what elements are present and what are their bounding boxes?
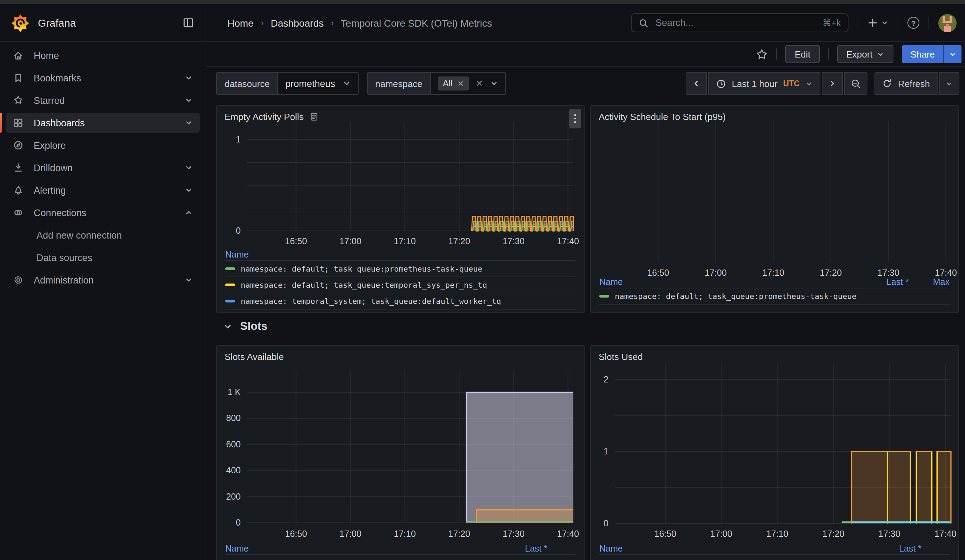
svg-text:2: 2: [604, 374, 608, 384]
favorite-star-icon[interactable]: [756, 48, 768, 60]
legend-column-name[interactable]: Name: [225, 544, 507, 553]
breadcrumb-dashboards[interactable]: Dashboards: [271, 17, 324, 28]
chevron-down-icon: [185, 163, 193, 172]
svg-text:400: 400: [226, 465, 241, 475]
panel-menu-icon[interactable]: [569, 109, 581, 129]
namespace-filter-chip[interactable]: All ✕: [438, 77, 469, 90]
avatar[interactable]: [938, 14, 957, 32]
panel-legend: Namenamespace: default; task_queue:prome…: [225, 249, 576, 309]
legend-header: NameLast *: [225, 543, 576, 555]
legend-column-last[interactable]: Last *: [881, 544, 921, 553]
clock-icon: [716, 78, 726, 89]
search-input[interactable]: [654, 17, 817, 29]
panel-empty-activity-polls: Empty Activity Polls 1016:5017:0017:1017…: [216, 105, 585, 313]
namespace-filter: namespace All ✕ ✕: [367, 72, 506, 95]
sidebar-item-bookmarks[interactable]: Bookmarks: [6, 68, 200, 88]
legend-column-last[interactable]: Last *: [868, 277, 909, 287]
export-button[interactable]: Export: [837, 45, 893, 63]
bell-icon: [13, 184, 24, 196]
breadcrumb-home[interactable]: Home: [227, 17, 254, 28]
legend-column-name[interactable]: Name: [599, 277, 868, 287]
sidebar-toggle-icon[interactable]: [183, 17, 195, 29]
panel-header[interactable]: Slots Available: [217, 346, 584, 367]
svg-text:17:10: 17:10: [766, 529, 788, 539]
active-indicator: [0, 113, 2, 132]
refresh-interval-chevron-icon[interactable]: [939, 72, 959, 95]
legend-column-last[interactable]: Last *: [507, 544, 548, 553]
panel-legend: NameLast *: [599, 543, 950, 555]
grafana-logo-icon[interactable]: [11, 14, 29, 32]
sidebar-item-add-new-connection[interactable]: Add new connection: [6, 225, 200, 245]
datasource-filter-value[interactable]: prometheus: [278, 72, 359, 95]
time-range-picker[interactable]: Last 1 hour UTC: [708, 72, 821, 95]
row-toggle-slots[interactable]: Slots: [223, 320, 267, 333]
time-controls: Last 1 hour UTC: [686, 72, 959, 95]
edit-button[interactable]: Edit: [786, 45, 820, 63]
panel-legend: NameLast *: [225, 543, 576, 555]
apps-icon: [13, 117, 24, 129]
svg-text:17:40: 17:40: [935, 268, 957, 278]
panel-header[interactable]: Activity Schedule To Start (p95): [591, 106, 958, 127]
sidebar-item-label: Drilldown: [34, 162, 73, 173]
sidebar-item-dashboards[interactable]: Dashboards: [6, 113, 200, 132]
top-nav: Grafana Home › Dashboards › Temporal Cor…: [0, 4, 965, 42]
remove-chip-icon[interactable]: ✕: [458, 79, 464, 88]
clear-filter-icon[interactable]: ✕: [476, 78, 483, 88]
svg-text:17:10: 17:10: [394, 529, 416, 539]
series-name: namespace: temporal_system; task_queue:d…: [241, 297, 576, 305]
panel-description-icon[interactable]: [309, 112, 318, 121]
sidebar-item-data-sources[interactable]: Data sources: [6, 248, 200, 267]
refresh-button[interactable]: Refresh: [875, 72, 938, 95]
series-color-swatch: [599, 295, 609, 297]
chevron-down-icon: [185, 73, 193, 82]
sidebar-item-explore[interactable]: Explore: [6, 136, 200, 155]
svg-text:17:40: 17:40: [557, 236, 579, 246]
chevron-down-icon: [342, 79, 350, 88]
drilldown-icon: [13, 162, 24, 173]
zoom-out-icon[interactable]: [845, 72, 868, 95]
series-name: namespace: default; task_queue:prometheu…: [615, 292, 857, 301]
nav-brand-section: Grafana: [0, 4, 206, 41]
time-shift-forward-button[interactable]: [822, 72, 843, 95]
sidebar-item-drilldown[interactable]: Drilldown: [6, 158, 200, 178]
sidebar-item-administration[interactable]: Administration: [6, 270, 200, 290]
breadcrumb-separator-icon: ›: [330, 18, 334, 28]
series-color-swatch: [225, 300, 235, 302]
sidebar: HomeBookmarksStarredDashboardsExploreDri…: [0, 42, 206, 560]
chevron-down-icon: [490, 79, 498, 88]
svg-text:17:10: 17:10: [394, 236, 416, 246]
panel-title: Activity Schedule To Start (p95): [599, 111, 726, 122]
sidebar-item-connections[interactable]: Connections: [6, 203, 200, 222]
panel-header[interactable]: Empty Activity Polls: [217, 106, 584, 127]
dashboard-toolbar: Edit Export Share: [206, 42, 965, 67]
legend-item[interactable]: namespace: default; task_queue:prometheu…: [599, 289, 950, 305]
legend-item[interactable]: namespace: default; task_queue:temporal_…: [225, 277, 576, 293]
breadcrumb: Home › Dashboards › Temporal Core SDK (O…: [206, 4, 631, 41]
chevron-up-icon: [185, 208, 193, 217]
sidebar-item-label: Administration: [34, 275, 94, 285]
legend-column-name[interactable]: Name: [225, 250, 576, 260]
time-series-chart: 1 K800600400200016:5017:0017:1017:2017:3…: [217, 346, 585, 560]
sidebar-item-home[interactable]: Home: [6, 46, 200, 65]
panel-header[interactable]: Slots Used: [591, 346, 958, 367]
sidebar-item-label: Add new connection: [36, 230, 122, 240]
share-button[interactable]: Share: [902, 45, 962, 63]
chevron-down-icon: [805, 80, 813, 87]
legend-item[interactable]: namespace: temporal_system; task_queue:d…: [225, 293, 576, 309]
sidebar-item-starred[interactable]: Starred: [6, 90, 200, 110]
panel-title: Slots Used: [599, 351, 643, 362]
search-box[interactable]: ⌘+k: [631, 13, 849, 32]
add-new-button[interactable]: [867, 18, 888, 28]
legend-item[interactable]: namespace: default; task_queue:prometheu…: [225, 261, 576, 277]
legend-column-name[interactable]: Name: [599, 544, 881, 553]
sidebar-item-alerting[interactable]: Alerting: [6, 180, 200, 200]
svg-text:600: 600: [226, 439, 241, 449]
series-color-swatch: [225, 267, 235, 270]
svg-text:0: 0: [604, 518, 608, 528]
share-dropdown-chevron-icon[interactable]: [944, 50, 962, 58]
help-icon[interactable]: ?: [908, 17, 919, 29]
namespace-filter-value[interactable]: All ✕ ✕: [431, 72, 506, 95]
legend-column-max[interactable]: Max: [909, 277, 950, 287]
divider: [929, 17, 929, 28]
time-shift-back-button[interactable]: [686, 72, 707, 95]
